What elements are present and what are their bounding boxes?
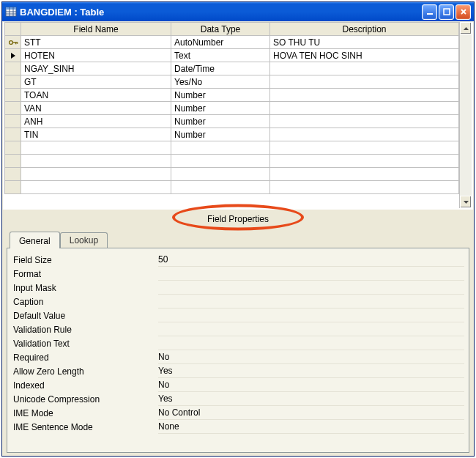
row-selector[interactable] xyxy=(5,141,21,155)
cell-data-type[interactable]: Date/Time xyxy=(171,62,270,75)
svg-rect-6 xyxy=(427,13,433,15)
cell-field-name[interactable]: TOAN xyxy=(21,89,171,102)
field-properties-panel: General Lookup Field Size50FormatInput M… xyxy=(7,232,469,453)
tab-general[interactable]: General xyxy=(10,232,60,248)
cell-field-name[interactable] xyxy=(21,155,171,168)
property-value[interactable] xyxy=(158,281,464,295)
row-selector[interactable] xyxy=(5,62,21,75)
cell-data-type[interactable]: Text xyxy=(171,49,270,62)
row-selector[interactable] xyxy=(5,102,21,115)
table-row[interactable]: TOANNumber xyxy=(5,89,459,102)
property-value[interactable] xyxy=(158,309,464,322)
property-value[interactable]: No xyxy=(158,350,464,364)
property-value[interactable] xyxy=(158,267,464,281)
table-row[interactable]: TINNumber xyxy=(5,128,459,141)
cell-data-type[interactable] xyxy=(171,155,270,168)
property-value[interactable]: No Control xyxy=(158,406,464,420)
scroll-track[interactable] xyxy=(460,34,472,196)
row-selector[interactable] xyxy=(5,89,21,102)
table-row[interactable] xyxy=(5,155,459,168)
property-value[interactable]: Yes xyxy=(158,392,464,406)
cell-description[interactable] xyxy=(270,89,459,102)
cell-description[interactable] xyxy=(270,181,459,194)
table-row[interactable] xyxy=(5,181,459,194)
cell-description[interactable] xyxy=(270,155,459,168)
property-row: Format xyxy=(12,267,464,281)
property-value[interactable]: No xyxy=(158,378,464,392)
cell-field-name[interactable]: VAN xyxy=(21,102,171,115)
property-value[interactable]: None xyxy=(158,420,464,434)
property-value[interactable]: Yes xyxy=(158,364,464,378)
cell-data-type[interactable]: Number xyxy=(171,89,270,102)
cell-field-name[interactable] xyxy=(21,141,171,155)
tab-lookup[interactable]: Lookup xyxy=(60,232,108,248)
cell-description[interactable] xyxy=(270,102,459,115)
table-row[interactable]: VANNumber xyxy=(5,102,459,115)
table-icon xyxy=(5,6,17,18)
cell-data-type[interactable] xyxy=(171,181,270,194)
vertical-scrollbar[interactable] xyxy=(459,22,472,208)
row-selector[interactable] xyxy=(5,128,21,141)
minimize-button[interactable] xyxy=(422,4,437,20)
cell-data-type[interactable]: Number xyxy=(171,102,270,115)
table-row[interactable]: HOTENTextHOVA TEN HOC SINH xyxy=(5,49,459,62)
cell-field-name[interactable] xyxy=(21,181,171,194)
col-field-name[interactable]: Field Name xyxy=(21,23,171,36)
grid-header-row: Field Name Data Type Description xyxy=(5,23,459,36)
cell-description[interactable] xyxy=(270,141,459,155)
table-row[interactable]: GTYes/No xyxy=(5,75,459,89)
cell-field-name[interactable]: GT xyxy=(21,75,171,89)
cell-field-name[interactable]: TIN xyxy=(21,128,171,141)
table-row[interactable] xyxy=(5,141,459,155)
cell-description[interactable] xyxy=(270,62,459,75)
table-row[interactable]: NGAY_SINHDate/Time xyxy=(5,62,459,75)
titlebar[interactable]: BANGDIEM : Table xyxy=(2,2,474,21)
col-description[interactable]: Description xyxy=(270,23,459,36)
svg-rect-10 xyxy=(15,42,16,44)
row-selector-header[interactable] xyxy=(5,23,21,36)
cell-description[interactable] xyxy=(270,75,459,89)
close-button[interactable] xyxy=(455,4,471,20)
cell-description[interactable] xyxy=(270,168,459,181)
property-label: Required xyxy=(12,352,158,363)
field-grid[interactable]: Field Name Data Type Description STTAuto… xyxy=(4,22,459,208)
cell-data-type[interactable]: Number xyxy=(171,115,270,128)
row-selector[interactable] xyxy=(5,49,21,62)
property-label: Validation Text xyxy=(12,339,158,349)
property-value[interactable] xyxy=(158,295,464,309)
cell-data-type[interactable]: Number xyxy=(171,128,270,141)
cell-description[interactable]: SO THU TU xyxy=(270,36,459,49)
row-selector[interactable] xyxy=(5,168,21,181)
row-selector[interactable] xyxy=(5,181,21,194)
cell-field-name[interactable]: HOTEN xyxy=(21,49,171,62)
cell-data-type[interactable]: AutoNumber xyxy=(171,36,270,49)
row-selector[interactable] xyxy=(5,155,21,168)
property-label: Validation Rule xyxy=(12,325,158,335)
cell-description[interactable] xyxy=(270,115,459,128)
cell-data-type[interactable]: Yes/No xyxy=(171,75,270,89)
col-data-type[interactable]: Data Type xyxy=(171,23,270,36)
maximize-button[interactable] xyxy=(439,4,454,20)
cell-data-type[interactable] xyxy=(171,168,270,181)
property-value[interactable]: 50 xyxy=(158,253,464,267)
cell-data-type[interactable] xyxy=(171,141,270,155)
cell-field-name[interactable]: NGAY_SINH xyxy=(21,62,171,75)
cell-description[interactable] xyxy=(270,128,459,141)
scroll-down-button[interactable] xyxy=(460,196,472,208)
table-row[interactable] xyxy=(5,168,459,181)
row-selector[interactable] xyxy=(5,36,21,49)
row-selector[interactable] xyxy=(5,115,21,128)
cell-field-name[interactable]: STT xyxy=(21,36,171,49)
row-selector[interactable] xyxy=(5,75,21,89)
property-value[interactable] xyxy=(158,336,464,350)
table-row[interactable]: ANHNumber xyxy=(5,115,459,128)
cell-field-name[interactable]: ANH xyxy=(21,115,171,128)
svg-rect-1 xyxy=(6,7,16,10)
table-row[interactable]: STTAutoNumberSO THU TU xyxy=(5,36,459,49)
property-value[interactable] xyxy=(158,322,464,336)
property-row: IME Sentence ModeNone xyxy=(12,420,464,434)
cell-field-name[interactable] xyxy=(21,168,171,181)
property-label: Format xyxy=(12,269,158,279)
scroll-up-button[interactable] xyxy=(460,22,472,34)
cell-description[interactable]: HOVA TEN HOC SINH xyxy=(270,49,459,62)
